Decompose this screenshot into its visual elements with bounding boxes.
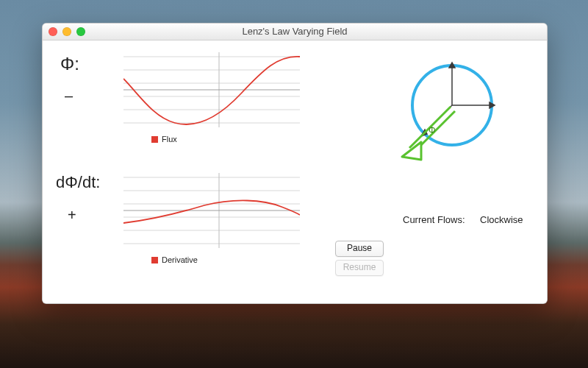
current-flows-label: Current Flows: <box>403 214 465 225</box>
flux-sign: – <box>65 88 73 105</box>
traffic-lights <box>49 27 85 36</box>
app-window: Lenz's Law Varying Field Φ: – <box>42 23 548 304</box>
desktop-wallpaper: Lenz's Law Varying Field Φ: – <box>0 0 588 368</box>
derivative-symbol: dΦ/dt: <box>56 173 100 192</box>
zoom-icon[interactable] <box>76 27 85 36</box>
resume-button: Resume <box>335 260 384 276</box>
titlebar[interactable]: Lenz's Law Varying Field <box>43 24 547 40</box>
coil-diagram: Φ <box>384 54 509 181</box>
svg-marker-17 <box>490 102 495 108</box>
flux-arrow-label: Φ <box>429 125 436 135</box>
resume-button-label: Resume <box>343 262 376 272</box>
current-flows-value: Clockwise <box>480 214 523 225</box>
derivative-chart-svg <box>123 170 300 251</box>
pause-button-label: Pause <box>347 243 372 253</box>
flux-symbol: Φ: <box>60 54 79 74</box>
svg-marker-19 <box>449 63 455 68</box>
minimize-icon[interactable] <box>62 27 71 36</box>
derivative-chart-legend: Derivative <box>151 255 198 264</box>
derivative-legend-swatch-icon <box>151 257 158 263</box>
derivative-sign: + <box>68 207 76 224</box>
derivative-chart: Derivative <box>123 170 300 251</box>
window-content: Φ: – <box>43 40 547 304</box>
flux-chart: Flux <box>123 49 300 130</box>
pause-button[interactable]: Pause <box>335 241 384 257</box>
flux-legend-swatch-icon <box>151 136 158 143</box>
window-title: Lenz's Law Varying Field <box>242 26 347 37</box>
flux-chart-svg <box>123 49 300 130</box>
close-icon[interactable] <box>49 27 57 36</box>
flux-chart-legend: Flux <box>151 135 177 144</box>
flux-legend-label: Flux <box>162 135 177 144</box>
derivative-legend-label: Derivative <box>162 255 198 264</box>
